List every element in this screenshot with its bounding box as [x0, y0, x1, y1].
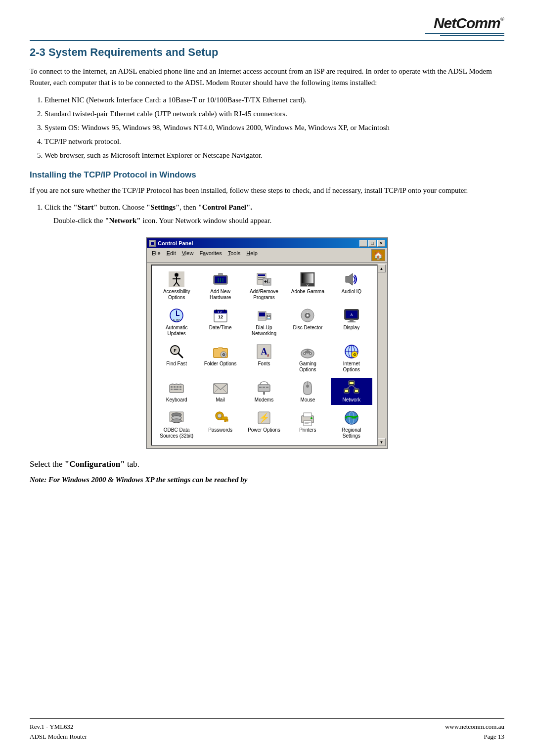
step1-bold2: "Settings"	[146, 203, 180, 211]
footer-page: Page 13	[445, 732, 504, 742]
cp-icon-network[interactable]: Network	[331, 378, 372, 405]
svg-point-97	[218, 414, 222, 418]
mail-icon	[213, 380, 228, 396]
step1-sub: Double-click the "Network" icon. Your Ne…	[53, 215, 504, 226]
cp-icon-mail[interactable]: Mail	[199, 378, 241, 405]
cp-icon-folder-options[interactable]: ⚙ Folder Options	[199, 342, 241, 375]
cp-icon-datetime[interactable]: 1 2 12 Date/Time	[199, 306, 241, 339]
cp-icon-passwords[interactable]: Passwords	[199, 408, 241, 441]
audiohq-label: AudioHQ	[342, 289, 362, 295]
list-item: System OS: Windows 95, Windows 98, Windo…	[44, 122, 504, 133]
header: NetComm ®	[30, 15, 504, 41]
cp-icon-disc-detector[interactable]: Disc Detector	[287, 306, 328, 339]
cp-icon-display[interactable]: A Display	[331, 306, 372, 339]
after-panel-text: Select the "Configuration" tab.	[30, 458, 504, 471]
disc-detector-label: Disc Detector	[293, 325, 322, 331]
cp-icon-find-fast[interactable]: F Find Fast	[156, 342, 197, 375]
odbc-icon	[169, 410, 184, 426]
cp-icon-dialup[interactable]: 💾 Dial-UpNetworking	[243, 306, 285, 339]
scroll-up-button[interactable]: ▲	[378, 265, 386, 272]
requirements-list: Ethernet NIC (Network Interface Card: a …	[44, 94, 504, 161]
cp-icon-keyboard[interactable]: Keyboard	[156, 378, 197, 405]
svg-rect-91	[355, 390, 358, 392]
cp-icon-add-remove[interactable]: +/- Add/RemovePrograms	[243, 269, 285, 303]
datetime-label: Date/Time	[209, 325, 232, 331]
logo: NetComm ®	[434, 15, 504, 32]
folder-options-icon: ⚙	[213, 344, 228, 359]
cp-icons-grid: AccessibilityOptions ||| Add NewHardware	[151, 265, 383, 446]
cp-icon-modems[interactable]: Modems	[243, 378, 285, 405]
cp-icon-printers[interactable]: Printers	[287, 408, 328, 441]
logo-decoration	[425, 33, 504, 36]
svg-rect-89	[350, 382, 354, 384]
find-fast-icon: F	[169, 344, 184, 359]
cp-icon-auto-updates[interactable]: AUTO AutomaticUpdates	[156, 306, 197, 339]
add-remove-icon: +/-	[256, 271, 272, 287]
menu-file[interactable]: File	[149, 249, 164, 261]
cp-icon-audiohq[interactable]: AudioHQ	[331, 269, 372, 303]
odbc-label: ODBC DataSources (32bit)	[160, 427, 193, 439]
svg-line-87	[347, 385, 352, 389]
control-panel-container: Control Panel _ □ × File Edit View Favor…	[30, 237, 504, 449]
maximize-button[interactable]: □	[368, 240, 376, 247]
cp-icon-mouse[interactable]: Mouse	[287, 378, 328, 405]
svg-rect-78	[259, 387, 262, 388]
menu-help[interactable]: Help	[243, 249, 261, 261]
svg-rect-32	[259, 317, 265, 319]
cp-icon-gaming[interactable]: GamingOptions	[287, 342, 328, 375]
menu-view[interactable]: View	[179, 249, 197, 261]
cp-titlebar-left: Control Panel	[149, 240, 193, 247]
svg-rect-13	[258, 274, 265, 276]
adobe-gamma-label: Adobe Gamma	[291, 289, 324, 295]
cp-icon-add-hardware[interactable]: ||| Add NewHardware	[199, 269, 241, 303]
svg-rect-79	[263, 387, 265, 388]
scroll-track	[381, 272, 383, 438]
printers-icon	[300, 410, 315, 426]
gaming-icon	[300, 344, 315, 359]
datetime-icon: 1 2 12	[213, 308, 228, 323]
keyboard-label: Keyboard	[166, 397, 187, 403]
menu-favorites[interactable]: Favorites	[196, 249, 224, 261]
svg-rect-42	[348, 321, 356, 322]
svg-rect-70	[179, 386, 181, 388]
step-1: Click the "Start" button. Choose "Settin…	[44, 201, 504, 226]
subsection-title: Installing the TCP/IP Protocol in Window…	[30, 170, 504, 180]
close-button[interactable]: ×	[377, 240, 385, 247]
svg-rect-73	[179, 389, 181, 390]
add-hardware-label: Add NewHardware	[210, 289, 231, 301]
display-icon: A	[344, 308, 359, 323]
svg-rect-100	[226, 419, 228, 421]
svg-rect-68	[174, 386, 176, 388]
cp-icon-odbc[interactable]: ODBC DataSources (32bit)	[156, 408, 197, 441]
cp-icon-adobe-gamma[interactable]: γ Adobe Gamma	[287, 269, 328, 303]
instructions-list: Click the "Start" button. Choose "Settin…	[44, 201, 504, 226]
cp-icon-regional[interactable]: RegionalSettings	[331, 408, 372, 441]
minimize-button[interactable]: _	[359, 240, 367, 247]
svg-point-95	[172, 419, 181, 423]
step1-sub-text: Double-click the	[53, 217, 105, 224]
cp-icon-fonts[interactable]: A a Fonts	[243, 342, 285, 375]
accessibility-label: AccessibilityOptions	[163, 289, 190, 301]
menu-tools[interactable]: Tools	[225, 249, 244, 261]
gaming-label: GamingOptions	[299, 361, 316, 373]
svg-point-108	[311, 417, 312, 419]
svg-rect-99	[224, 420, 226, 422]
svg-point-109	[345, 411, 358, 424]
cp-icon-power[interactable]: ⚡ Power Options	[243, 408, 285, 441]
svg-rect-81	[263, 392, 265, 395]
internet-options-label: InternetOptions	[343, 361, 360, 373]
cp-window-controls[interactable]: _ □ ×	[359, 240, 385, 247]
svg-text:+/-: +/-	[264, 279, 270, 284]
scroll-down-button[interactable]: ▼	[378, 438, 386, 446]
cp-icon-accessibility[interactable]: AccessibilityOptions	[156, 269, 197, 303]
footer-rev: Rev.1 - YML632	[30, 722, 87, 732]
menu-edit[interactable]: Edit	[164, 249, 179, 261]
cp-scrollbar[interactable]: ▲ ▼	[377, 265, 385, 446]
dialup-icon: 💾	[256, 308, 272, 323]
adobe-gamma-icon: γ	[300, 271, 315, 287]
cp-icon-internet-options[interactable]: ⚙ InternetOptions	[331, 342, 372, 375]
step1-text1: Click the	[44, 203, 73, 211]
printers-label: Printers	[299, 427, 316, 433]
cp-menubar: File Edit View Favorites Tools Help 🏠	[147, 248, 387, 263]
svg-text:|||: |||	[217, 278, 223, 282]
